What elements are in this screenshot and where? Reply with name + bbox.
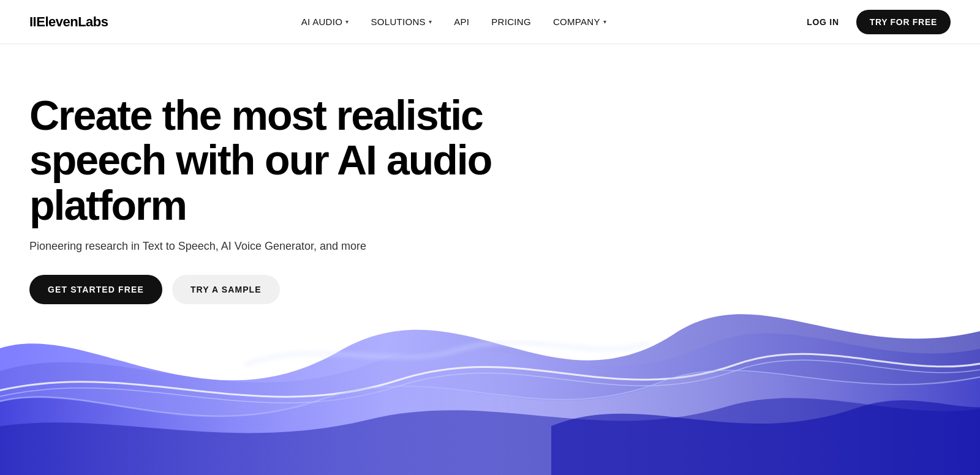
chevron-down-icon: ▾ [603,18,606,25]
chevron-down-icon: ▾ [429,18,432,25]
try-sample-button[interactable]: TRY A SAMPLE [172,275,280,304]
get-started-button[interactable]: GET STARTED FREE [29,275,162,304]
nav-actions: LOG IN TRY FOR FREE [799,10,951,34]
hero-title: Create the most realistic speech with ou… [29,93,495,228]
chevron-down-icon: ▾ [345,18,349,25]
nav-item-solutions[interactable]: SOLUTIONS ▾ [371,17,432,27]
nav-links: AI AUDIO ▾ SOLUTIONS ▾ API PRICING COMPA… [301,17,606,27]
nav-item-ai-audio[interactable]: AI AUDIO ▾ [301,17,349,27]
login-button[interactable]: LOG IN [799,12,846,32]
navbar: IIElevenLabs AI AUDIO ▾ SOLUTIONS ▾ API … [0,0,980,44]
hero-buttons: GET STARTED FREE TRY A SAMPLE [29,275,495,304]
nav-item-company[interactable]: COMPANY ▾ [553,17,606,27]
hero-content: Create the most realistic speech with ou… [29,93,495,304]
logo[interactable]: IIElevenLabs [29,14,108,30]
nav-item-api[interactable]: API [454,17,469,27]
hero-section: Create the most realistic speech with ou… [0,44,980,475]
try-for-free-button[interactable]: TRY FOR FREE [856,10,951,34]
nav-item-pricing[interactable]: PRICING [491,17,531,27]
hero-subtitle: Pioneering research in Text to Speech, A… [29,240,495,253]
